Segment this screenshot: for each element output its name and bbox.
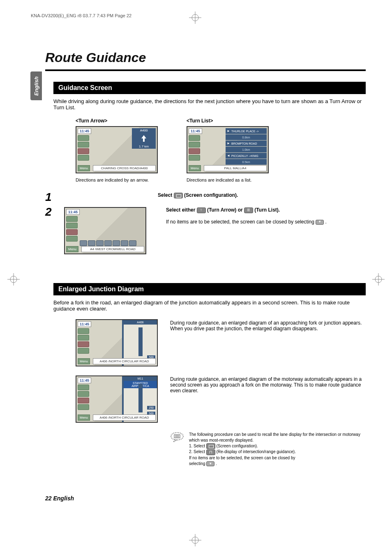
note-line-2: 1. Select (Screen configuration). xyxy=(189,443,366,449)
screenshot-time: 11:45 xyxy=(78,378,91,383)
turn-arrow-panel: A400 1.7 km xyxy=(132,128,156,149)
screenshot-compass-button[interactable] xyxy=(66,216,78,222)
list-road-name: BROMPTON ROAD xyxy=(231,142,257,145)
screenshot-left-panel xyxy=(78,385,89,410)
note-line-3: 2. Select (Re-display of intersection/ra… xyxy=(189,449,366,455)
screenshot-toolbar xyxy=(80,240,136,246)
junction-row-2-text: During route guidance, an enlarged diagr… xyxy=(170,375,366,423)
junction-screenshot-1: 11:45 A406 500 Menu A406 /NORTH CIRCULAR… xyxy=(76,319,158,366)
screenshot-road-name: A4 /WEST CROMWELL ROAD xyxy=(81,246,144,252)
print-header: KNA-DV3200(E)_ENG r8 03.7.7 7:43 PM Page… xyxy=(31,13,131,18)
crop-mark-icon xyxy=(189,12,201,24)
toolbar-button[interactable] xyxy=(104,240,112,246)
left-arrow-icon xyxy=(227,154,230,157)
toolbar-button[interactable] xyxy=(96,240,104,246)
note-line-1: The following procedure can be used to r… xyxy=(189,432,366,443)
list-distance: 1.0km xyxy=(242,148,250,151)
screenshot-menu-button[interactable]: Menu xyxy=(66,246,78,252)
list-distance: 0.5km xyxy=(242,161,250,164)
close-arrow-icon[interactable] xyxy=(316,220,324,225)
list-row: PICCADILLY ->KNIG xyxy=(226,153,267,159)
note-bubble-icon xyxy=(170,432,184,442)
section-heading-guidance: Guidance Screen xyxy=(53,82,366,94)
list-distance: 0.8km xyxy=(242,136,250,139)
close-arrow-icon[interactable] xyxy=(206,461,214,466)
list-row-dist: 0.8km xyxy=(226,134,267,140)
screenshot-compass-button[interactable] xyxy=(189,135,200,141)
turn-list-panel: THURLOE PLACE -> 0.8km BROMPTON ROAD 1.0… xyxy=(226,128,267,165)
screenshot-scale-button[interactable] xyxy=(78,341,89,347)
screenshot-zoomin-button[interactable] xyxy=(189,142,200,147)
list-row: BROMPTON ROAD xyxy=(226,140,267,146)
crop-mark-icon xyxy=(7,273,20,286)
junction-route-line xyxy=(138,327,143,356)
note-line-4a: If no items are to be selected, the scre… xyxy=(189,455,366,461)
screenshot-zoomout-button[interactable] xyxy=(78,348,89,354)
screenshot-left-panel xyxy=(189,135,200,161)
screenshot-zoomin-button[interactable] xyxy=(66,223,78,228)
screenshot-zoomout-button[interactable] xyxy=(189,155,200,161)
language-tab-text: English xyxy=(33,76,39,96)
screenshot-menu-button[interactable]: Menu xyxy=(78,415,90,421)
crop-mark-bottom xyxy=(189,534,201,548)
screenshot-scale-button[interactable] xyxy=(189,148,200,154)
toolbar-button[interactable] xyxy=(113,240,120,246)
screen-config-icon[interactable] xyxy=(174,193,183,198)
toolbar-button[interactable] xyxy=(121,240,128,246)
note-icon-wrap xyxy=(170,432,184,467)
screenshot-compass-button[interactable] xyxy=(78,328,89,334)
list-row-dist: 0.5km xyxy=(226,159,267,165)
screenshot-zoomin-button[interactable] xyxy=(78,335,89,341)
screenshot-scale-button[interactable] xyxy=(78,398,89,403)
step-2: 2 11:45 xyxy=(45,205,366,254)
section-heading-junction: Enlarged Junction Diagram xyxy=(53,283,366,295)
print-header-text: KNA-DV3200(E)_ENG r8 03.7.7 7:43 PM Page… xyxy=(31,13,131,18)
right-arrow-icon xyxy=(227,129,230,133)
toolbar-button[interactable] xyxy=(129,240,136,246)
step-2-note: If no items are to be selected, the scre… xyxy=(166,219,327,225)
section-intro-junction: Before a fork in the road, an enlarged d… xyxy=(53,299,366,312)
screenshot-zoomout-button[interactable] xyxy=(78,155,89,161)
arrow-distance: 1.7 km xyxy=(139,145,149,148)
screenshot-menu-button[interactable]: Menu xyxy=(78,165,90,171)
step-2-text: Select either (Turn Arrow) or (Turn List… xyxy=(166,207,327,213)
turn-list-column: <Turn List> 11:45 THURLOE PLACE -> 0.8km xyxy=(187,118,269,182)
crop-mark-top xyxy=(189,12,201,25)
turn-list-icon[interactable] xyxy=(244,207,253,213)
crop-mark-icon xyxy=(189,534,201,546)
motorway-header-a: M11 xyxy=(124,376,157,381)
screenshot-menu-button[interactable]: Menu xyxy=(189,165,201,171)
turn-arrow-icon[interactable] xyxy=(197,207,206,213)
screenshot-scale-button[interactable] xyxy=(78,148,89,154)
turn-arrow-caption: Directions are indicated by an arrow. xyxy=(76,177,158,182)
screenshot-zoomout-button[interactable] xyxy=(78,404,89,410)
list-road-name: THURLOE PLACE -> xyxy=(231,130,259,133)
toolbar-button[interactable] xyxy=(80,240,87,246)
screenshot-zoomin-button[interactable] xyxy=(78,391,89,397)
screenshot-zoomin-button[interactable] xyxy=(78,142,89,147)
screenshot-time: 11:45 xyxy=(78,321,91,327)
turn-list-caption: Directions are indicated as a list. xyxy=(187,177,269,182)
junction-row-2: 11:45 M11 STANSTED AIRPORT/CA 250 500 Me… xyxy=(76,375,366,423)
screenshot-compass-button[interactable] xyxy=(78,135,89,141)
screenshot-scale-button[interactable] xyxy=(66,229,78,235)
screenshot-zoomout-button[interactable] xyxy=(66,236,78,242)
junction-row-1: 11:45 A406 500 Menu A406 /NORTH CIRCULAR… xyxy=(76,319,366,366)
step2-screenshot: 11:45 xyxy=(64,207,146,254)
crop-mark-icon xyxy=(372,273,385,286)
up-arrow-icon xyxy=(140,134,148,143)
junction-screenshot-2: 11:45 M11 STANSTED AIRPORT/CA 250 500 Me… xyxy=(76,375,158,423)
screenshot-left-panel xyxy=(78,135,89,161)
page-title: Route Guidance xyxy=(45,50,366,65)
turn-arrow-label: <Turn Arrow> xyxy=(76,118,158,124)
step-number: 2 xyxy=(45,205,64,254)
screenshot-menu-button[interactable]: Menu xyxy=(78,358,90,364)
right-arrow-icon xyxy=(227,142,230,145)
screenshot-compass-button[interactable] xyxy=(78,385,89,390)
screen-config-icon[interactable] xyxy=(206,443,215,449)
redisplay-icon[interactable] xyxy=(206,449,215,455)
toolbar-button[interactable] xyxy=(88,240,95,246)
junction-row-1-text: During route guidance, an enlarged diagr… xyxy=(170,319,366,366)
screenshot-left-panel xyxy=(66,216,78,242)
title-underline xyxy=(45,69,366,71)
